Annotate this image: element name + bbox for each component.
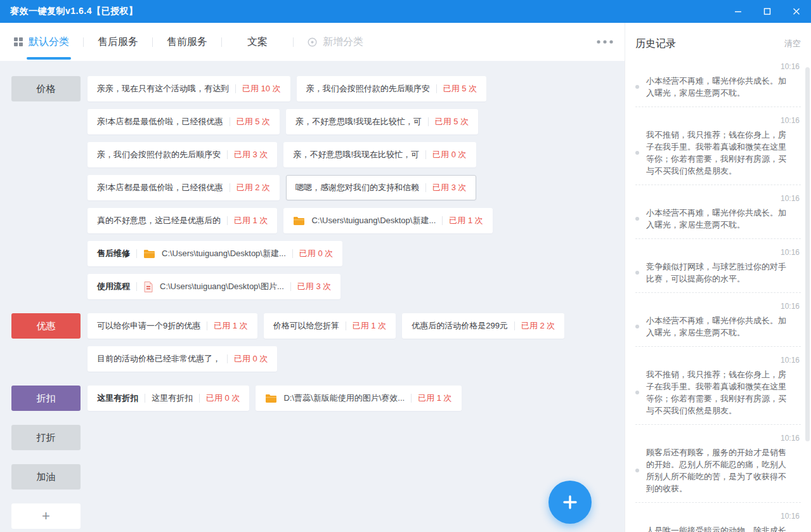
phrase-chip[interactable]: 亲，不好意思哦!我现在比较忙，可 已用 0 次 xyxy=(283,142,476,167)
history-item[interactable]: 10:16 我不推销，我只推荐；钱在你身上，房子在我手里。我带着真诚和微笑在这里… xyxy=(635,116,801,185)
history-scrollbar[interactable] xyxy=(805,67,810,441)
category-button[interactable]: 价格 xyxy=(11,76,81,101)
history-divider xyxy=(635,424,801,425)
bullet-dot-icon xyxy=(635,271,639,275)
phrase-chip[interactable]: 嗯嗯，感谢您对我们的支持和信赖 已用 3 次 xyxy=(286,175,476,200)
history-item[interactable]: 10:16 顾客后还有顾客，服务的开始才是销售的开始。忍别人所不能忍的痛，吃别人… xyxy=(635,434,801,503)
chip-text: C:\Users\tuiguang\Desktop\新建... xyxy=(162,248,286,259)
phrase-chip[interactable]: 亲，不好意思哦!我现在比较忙，可 已用 5 次 xyxy=(286,109,478,134)
chip-usage-count: 已用 2 次 xyxy=(237,182,270,193)
phrase-chip[interactable]: 亲!本店都是最低价啦，已经很优惠 已用 2 次 xyxy=(88,175,280,200)
chip-text: 这里有折扣 xyxy=(152,393,193,404)
category-button[interactable]: 折扣 xyxy=(11,386,81,411)
bullet-dot-icon xyxy=(635,217,639,221)
phrase-chip[interactable]: 亲亲，现在只有这个活动哦，有达到 已用 10 次 xyxy=(88,76,290,101)
chip-row: 这里有折扣 这里有折扣 已用 0 次 D:\曹蕊\新版能使用的图片\赛效... … xyxy=(88,386,625,411)
category-button[interactable]: 打折 xyxy=(11,425,81,450)
category-group: 优惠 可以给你申请一个9折的优惠 已用 1 次 价格可以给您折算 已用 1 次 … xyxy=(11,313,625,372)
minimize-button[interactable] xyxy=(723,0,753,23)
phrase-chip[interactable]: 可以给你申请一个9折的优惠 已用 1 次 xyxy=(88,313,257,339)
tab-add-category[interactable]: 新增分类 xyxy=(308,23,363,61)
history-time: 10:16 xyxy=(635,434,800,443)
chip-usage-count: 已用 3 次 xyxy=(432,182,466,193)
chip-usage-count: 已用 5 次 xyxy=(435,116,469,127)
chip-row: 亲!本店都是最低价啦，已经很优惠 已用 2 次 嗯嗯，感谢您对我们的支持和信赖 … xyxy=(88,175,625,200)
maximize-button[interactable] xyxy=(753,0,782,23)
phrase-chip[interactable]: 目前的活动价格已经非常优惠了， 已用 0 次 xyxy=(88,346,277,372)
phrase-chip[interactable]: 亲，我们会按照付款的先后顺序安 已用 5 次 xyxy=(297,76,486,101)
tab-copywriting[interactable]: 文案 xyxy=(236,23,279,61)
phrase-chip[interactable]: 使用流程 C:\Users\tuiguang\Desktop\图片... 已用 … xyxy=(88,274,341,299)
folder-icon xyxy=(265,394,277,403)
tab-after-sales[interactable]: 售后服务 xyxy=(98,23,138,61)
chip-row: 真的不好意思，这已经是优惠后的 已用 1 次 C:\Users\tuiguang… xyxy=(88,208,625,233)
history-item[interactable]: 10:16 竞争颇似打网球，与球艺胜过你的对手比赛，可以提高你的水平。 xyxy=(635,248,801,293)
phrase-chip[interactable]: 售后维修 C:\Users\tuiguang\Desktop\新建... 已用 … xyxy=(88,241,342,266)
chip-usage-count: 已用 1 次 xyxy=(353,320,386,332)
category-button[interactable]: 加油 xyxy=(11,464,81,490)
phrase-chip[interactable]: 亲，我们会按照付款的先后顺序安 已用 3 次 xyxy=(88,142,277,167)
add-phrase-fab[interactable] xyxy=(548,481,592,524)
history-item[interactable]: 10:16 人是唯一能接受暗示的动物，除非成长中不断磨炼。 xyxy=(635,512,801,532)
phrase-chip[interactable]: 亲!本店都是最低价啦，已经很优惠 已用 5 次 xyxy=(88,109,280,134)
chip-usage-count: 已用 5 次 xyxy=(443,83,477,94)
chip-usage-count: 已用 0 次 xyxy=(299,248,333,259)
history-time: 10:16 xyxy=(635,512,800,521)
tab-label: 售前服务 xyxy=(167,36,207,49)
category-tabbar: 默认分类 售后服务 售前服务 文案 新增分类 xyxy=(0,23,625,61)
window-controls xyxy=(723,0,811,23)
history-divider xyxy=(635,107,801,107)
history-text: 顾客后还有顾客，服务的开始才是销售的开始。忍别人所不能忍的痛，吃别人所别人所不能… xyxy=(646,446,793,495)
history-item[interactable]: 10:16 小本经营不再难，曙光伴你共成长。加入曙光，家居生意两不耽。 xyxy=(635,302,801,347)
chip-text: 亲!本店都是最低价啦，已经很优惠 xyxy=(97,116,223,127)
history-item[interactable]: 10:16 小本经营不再难，曙光伴你共成长。加入曙光，家居生意两不耽。 xyxy=(635,62,801,107)
folder-icon xyxy=(293,216,305,226)
chip-text: C:\Users\tuiguang\Desktop\图片... xyxy=(160,281,284,292)
chip-divider xyxy=(514,321,515,330)
tab-pre-sales[interactable]: 售前服务 xyxy=(167,23,207,61)
bullet-dot-icon xyxy=(635,325,639,328)
history-item[interactable]: 10:16 小本经营不再难，曙光伴你共成长。加入曙光，家居生意两不耽。 xyxy=(635,194,801,239)
chip-divider xyxy=(145,394,145,403)
category-button[interactable]: 优惠 xyxy=(11,313,81,339)
chip-usage-count: 已用 0 次 xyxy=(432,149,466,160)
chip-divider xyxy=(136,282,137,291)
chip-divider xyxy=(411,394,412,403)
phrase-chip[interactable]: D:\曹蕊\新版能使用的图片\赛效... 已用 1 次 xyxy=(256,386,461,411)
category-button[interactable]: + xyxy=(11,503,81,529)
app-title: 赛效一键复制v1.6.4【已授权】 xyxy=(10,6,138,17)
chip-divider xyxy=(199,394,200,403)
chip-text: 亲，不好意思哦!我现在比较忙，可 xyxy=(293,149,419,160)
history-divider xyxy=(635,185,801,185)
chip-text: 价格可以给您折算 xyxy=(273,320,339,332)
chip-divider xyxy=(235,84,236,93)
phrase-chip[interactable]: 真的不好意思，这已经是优惠后的 已用 1 次 xyxy=(88,208,277,233)
history-header: 历史记录 清空 xyxy=(635,23,801,53)
chip-usage-count: 已用 3 次 xyxy=(234,149,268,160)
history-time: 10:16 xyxy=(635,194,800,203)
chip-divider xyxy=(442,216,443,225)
chip-row: 售后维修 C:\Users\tuiguang\Desktop\新建... 已用 … xyxy=(88,241,625,266)
phrase-chip[interactable]: 价格可以给您折算 已用 1 次 xyxy=(264,313,396,339)
phrase-chip[interactable]: C:\Users\tuiguang\Desktop\新建... 已用 1 次 xyxy=(283,208,492,233)
chip-usage-count: 已用 0 次 xyxy=(234,353,268,365)
tab-label: 新增分类 xyxy=(323,36,363,49)
clear-history-button[interactable]: 清空 xyxy=(784,38,801,49)
chip-text: C:\Users\tuiguang\Desktop\新建... xyxy=(311,215,436,226)
history-time: 10:16 xyxy=(635,248,800,257)
history-text: 小本经营不再难，曙光伴你共成长。加入曙光，家居生意两不耽。 xyxy=(646,75,793,99)
tab-separator xyxy=(152,37,153,47)
tab-label: 默认分类 xyxy=(29,36,69,49)
chip-rows: 亲亲，现在只有这个活动哦，有达到 已用 10 次 亲，我们会按照付款的先后顺序安… xyxy=(88,76,625,299)
category-column: 折扣 xyxy=(11,386,81,411)
history-text: 小本经营不再难，曙光伴你共成长。加入曙光，家居生意两不耽。 xyxy=(646,207,793,231)
phrase-chip[interactable]: 优惠后的活动价格是299元 已用 2 次 xyxy=(402,313,564,339)
chip-divider xyxy=(290,282,291,291)
tab-label: 文案 xyxy=(247,36,268,49)
more-button[interactable] xyxy=(597,40,613,44)
history-item[interactable]: 10:16 我不推销，我只推荐；钱在你身上，房子在我手里。我带着真诚和微笑在这里… xyxy=(635,356,801,425)
tab-default-category[interactable]: 默认分类 xyxy=(14,23,69,61)
category-column: + xyxy=(11,503,81,529)
close-button[interactable] xyxy=(782,0,811,23)
phrase-chip[interactable]: 这里有折扣 这里有折扣 已用 0 次 xyxy=(88,386,249,411)
